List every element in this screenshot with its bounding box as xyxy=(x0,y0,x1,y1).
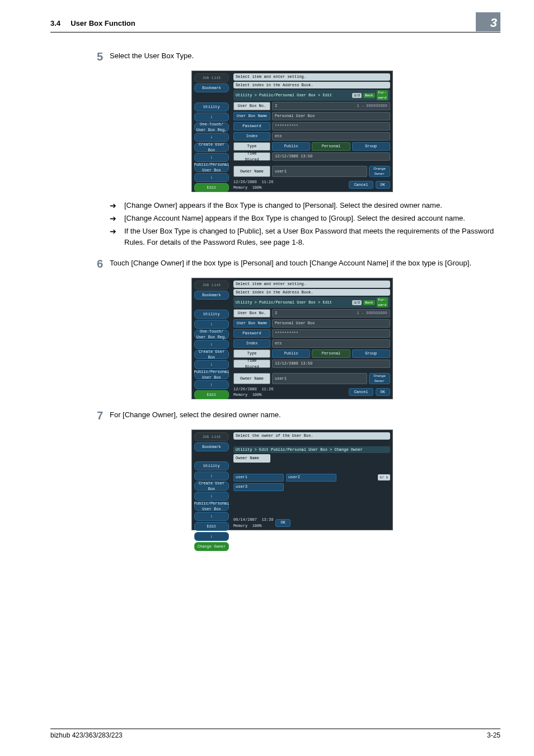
password-button[interactable]: Password xyxy=(233,329,270,338)
step-number: 6 xyxy=(90,255,110,272)
type-group-button[interactable]: Group xyxy=(352,142,390,151)
arrow-down-icon xyxy=(194,532,229,541)
user-option[interactable]: user2 xyxy=(286,474,336,482)
footer-datetime: 12/26/2008 11:26Memory 100% xyxy=(233,386,273,398)
footer-page: 3-25 xyxy=(487,731,500,739)
instruction-text: Select the owner of the User Box. xyxy=(233,432,390,440)
edit-button[interactable]: Edit xyxy=(194,390,229,399)
public-personal-button[interactable]: Public/Personal User Box xyxy=(194,502,229,511)
page-indicator: 1/ 1 xyxy=(378,474,390,480)
step-text: For [Change Owner], select the desired o… xyxy=(110,407,495,424)
index-button[interactable]: Index xyxy=(233,339,270,348)
create-userbox-button[interactable]: Create User Box xyxy=(194,143,229,152)
userboxname-button[interactable]: User Box Name xyxy=(233,319,270,328)
instruction-text: Select item and enter setting. xyxy=(233,281,390,288)
onetouch-button[interactable]: One-Touch/ User Box Reg. xyxy=(194,123,229,132)
bookmark-button[interactable]: Bookmark xyxy=(194,83,229,92)
screenshot-panel-edit-box-2: Job List Bookmark Utility One-Touch/ Use… xyxy=(191,278,393,399)
footer-datetime: 06/14/2007 13:39Memory 100% xyxy=(233,517,273,529)
footer-datetime: 12/26/2008 11:26Memory 100% xyxy=(233,179,273,191)
step-6: 6 Touch [Change Owner] if the box type i… xyxy=(90,255,495,272)
chapter-badge: 3 xyxy=(476,12,500,31)
userboxno-label: User Box No. xyxy=(233,102,270,110)
note-3: ➔If the User Box Type is changed to [Pub… xyxy=(110,226,495,248)
index-value: etc xyxy=(272,339,390,348)
edit-button[interactable]: Edit xyxy=(194,183,229,192)
password-button[interactable]: Password xyxy=(233,122,270,130)
type-personal-button[interactable]: Personal xyxy=(312,349,350,358)
utility-button[interactable]: Utility xyxy=(194,102,229,111)
arrow-down-icon xyxy=(194,133,229,142)
back-button[interactable]: Back xyxy=(363,93,374,98)
type-label: Type xyxy=(233,349,270,358)
arrow-down-icon xyxy=(194,360,229,369)
onetouch-button[interactable]: One-Touch/ User Box Reg. xyxy=(194,330,229,339)
forward-button[interactable]: For- ward xyxy=(377,90,388,100)
userboxno-label: User Box No. xyxy=(233,309,270,318)
note-2: ➔[Change Account Name] appears if the Bo… xyxy=(110,213,495,225)
type-public-button[interactable]: Public xyxy=(272,349,310,358)
type-personal-button[interactable]: Personal xyxy=(312,142,350,151)
utility-button[interactable]: Utility xyxy=(194,461,229,470)
note-1: ➔[Change Owner] appears if the Box Type … xyxy=(110,200,495,212)
arrow-right-icon: ➔ xyxy=(110,213,124,225)
step-number: 5 xyxy=(90,48,110,65)
type-group-button[interactable]: Group xyxy=(352,349,390,358)
password-value: ********** xyxy=(272,122,390,130)
user-option[interactable]: user1 xyxy=(233,474,284,482)
password-value: ********** xyxy=(272,329,390,338)
public-personal-button[interactable]: Public/Personal User Box xyxy=(194,163,229,172)
bookmark-button[interactable]: Bookmark xyxy=(194,291,229,300)
ok-button[interactable]: OK xyxy=(275,519,290,527)
arrow-right-icon: ➔ xyxy=(110,200,124,212)
public-personal-button[interactable]: Public/Personal User Box xyxy=(194,370,229,379)
arrow-down-icon xyxy=(194,380,229,389)
bookmark-button[interactable]: Bookmark xyxy=(194,442,229,451)
userboxname-button[interactable]: User Box Name xyxy=(233,112,270,120)
ownername-value: user1 xyxy=(272,373,367,384)
index-value: etc xyxy=(272,132,390,141)
time-value: 12/12/2008 13:59 xyxy=(272,152,390,161)
change-owner-button[interactable]: Change Owner xyxy=(194,542,229,551)
ok-button[interactable]: OK xyxy=(376,388,390,396)
change-owner-button[interactable]: Change Owner xyxy=(369,373,390,384)
screenshot-panel-change-owner: Job List Bookmark Utility Create User Bo… xyxy=(191,430,393,530)
create-userbox-button[interactable]: Create User Box xyxy=(194,482,229,491)
joblist-button[interactable]: Job List xyxy=(194,432,229,441)
footer-model: bizhub 423/363/283/223 xyxy=(50,731,123,739)
arrow-down-icon xyxy=(194,472,229,480)
create-userbox-button[interactable]: Create User Box xyxy=(194,350,229,359)
ownername-value: user1 xyxy=(272,166,367,177)
ok-button[interactable]: OK xyxy=(376,181,390,189)
arrow-down-icon xyxy=(194,340,229,349)
index-button[interactable]: Index xyxy=(233,132,270,141)
cancel-button[interactable]: Cancel xyxy=(349,388,373,396)
instruction-text2: Select index in the Address Book. xyxy=(233,82,390,89)
ownername-header: Owner Name xyxy=(233,454,270,463)
utility-button[interactable]: Utility xyxy=(194,310,229,319)
time-label: Time Stored xyxy=(233,152,270,161)
breadcrumb: Utility > Public/Personal User Box > Edi… xyxy=(233,90,390,101)
arrow-down-icon xyxy=(194,153,229,162)
cancel-button[interactable]: Cancel xyxy=(349,181,373,189)
arrow-down-icon xyxy=(194,492,229,501)
back-button[interactable]: Back xyxy=(363,300,374,305)
step-7: 7 For [Change Owner], select the desired… xyxy=(90,407,495,424)
step-5: 5 Select the User Box Type. xyxy=(90,48,495,65)
user-option[interactable]: user3 xyxy=(233,483,284,491)
page-indicator: 1/2 xyxy=(352,300,362,305)
userboxno-value: 21 - 999999999 xyxy=(272,309,390,318)
type-public-button[interactable]: Public xyxy=(272,142,310,151)
userboxname-value: Personal User Box xyxy=(272,319,390,328)
change-owner-button[interactable]: Change Owner xyxy=(369,166,390,177)
arrow-down-icon xyxy=(194,113,229,122)
forward-button[interactable]: For- ward xyxy=(377,297,388,307)
instruction-text2: Select index in the Address Book. xyxy=(233,289,390,296)
step-text: Select the User Box Type. xyxy=(110,48,495,65)
section-number: 3.4 xyxy=(50,19,60,27)
joblist-button[interactable]: Job List xyxy=(194,73,229,82)
page-footer: bizhub 423/363/283/223 3-25 xyxy=(50,729,500,739)
joblist-button[interactable]: Job List xyxy=(194,281,229,290)
type-label: Type xyxy=(233,142,270,151)
edit-button[interactable]: Edit xyxy=(194,522,229,531)
